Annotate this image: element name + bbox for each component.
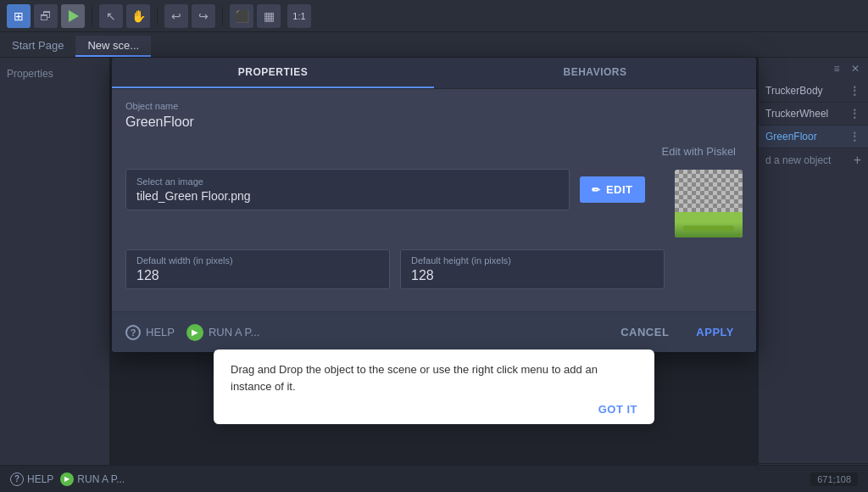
toolbar: ⊞ 🗗 ↖ ✋ ↩ ↪ ⬛ ▦ 1:1 — [0, 0, 868, 32]
width-value: 128 — [136, 268, 379, 283]
preview-floor-graphic — [675, 212, 743, 238]
dimension-spacer — [675, 249, 743, 289]
object-item-greenfloor[interactable]: GreenFloor ⋮ — [759, 126, 868, 148]
modal-overlay: PROPERTIES BEHAVIORS Object name GreenFl… — [110, 58, 758, 465]
modal-body: Object name GreenFloor Select an image t… — [112, 89, 756, 311]
object-dots-greenfloor[interactable]: ⋮ — [849, 130, 861, 143]
object-name-label: Object name — [125, 101, 743, 111]
tooltip-footer: GOT IT — [231, 403, 637, 416]
run-bottom-btn[interactable]: ▶ RUN A P... — [60, 472, 125, 486]
run-bottom-icon: ▶ — [60, 472, 74, 486]
preview-floor-stripe — [683, 226, 734, 231]
left-panel: Properties — [0, 58, 110, 492]
tab-start-page[interactable]: Start Page — [0, 36, 75, 57]
toolbar-icon-grid2[interactable]: ▦ — [257, 4, 281, 28]
help-button[interactable]: ? HELP — [125, 325, 175, 340]
modal-footer-left: ? HELP ▶ RUN A P... — [125, 324, 259, 341]
bottom-bar: ? HELP ▶ RUN A P... 671;108 — [0, 465, 868, 492]
toolbar-icon-windows[interactable]: 🗗 — [34, 4, 58, 28]
width-label: Default width (in pixels) — [136, 255, 379, 266]
apply-button[interactable]: APPLY — [687, 321, 743, 344]
toolbar-icon-cursor[interactable]: ↖ — [99, 4, 123, 28]
toolbar-icon-undo[interactable]: ↩ — [164, 4, 188, 28]
image-select-value: tiled_Green Floor.png — [136, 189, 559, 203]
cancel-button[interactable]: CANCEL — [612, 321, 677, 344]
object-item-truckerwheel[interactable]: TruckerWheel ⋮ — [759, 103, 868, 126]
tab-new-scene[interactable]: New sce... — [75, 36, 151, 57]
help-icon: ? — [125, 325, 141, 340]
right-panel-header: ≡ ✕ — [759, 58, 868, 80]
modal-tab-behaviors[interactable]: BEHAVIORS — [434, 58, 756, 88]
height-value: 128 — [411, 268, 654, 283]
properties-modal: PROPERTIES BEHAVIORS Object name GreenFl… — [112, 58, 756, 352]
pencil-icon: ✏ — [592, 184, 601, 196]
add-icon: + — [854, 153, 861, 168]
height-box: Default height (in pixels) 128 — [400, 249, 665, 289]
close-icon[interactable]: ✕ — [848, 61, 863, 76]
toolbar-badge-zoom: 1:1 — [287, 4, 311, 28]
add-object-row[interactable]: d a new object + — [759, 148, 868, 172]
toolbar-icon-play[interactable] — [61, 4, 85, 28]
filter-icon[interactable]: ≡ — [829, 61, 844, 76]
image-select-box: Select an image tiled_Green Floor.png — [125, 169, 570, 210]
image-preview-container: Edit with Piskel — [655, 142, 743, 238]
coordinates-display: 671;108 — [810, 472, 858, 486]
modal-footer-right: CANCEL APPLY — [612, 321, 743, 344]
image-row: Select an image tiled_Green Floor.png ✏ … — [125, 142, 743, 238]
tabbar: Start Page New sce... — [0, 32, 868, 58]
image-select-label: Select an image — [136, 176, 559, 187]
canvas-area: Click on an instance display its pr... P… — [110, 58, 758, 492]
left-panel-properties-label: Properties — [7, 64, 103, 83]
toolbar-icon-hand[interactable]: ✋ — [126, 4, 150, 28]
toolbar-icon-scene[interactable]: ⬛ — [230, 4, 253, 28]
toolbar-icon-grid[interactable]: ⊞ — [7, 4, 31, 28]
got-it-button[interactable]: GOT IT — [598, 403, 637, 416]
object-item-truckerbody[interactable]: TruckerBody ⋮ — [759, 80, 868, 103]
width-box: Default width (in pixels) 128 — [125, 249, 390, 289]
modal-footer: ? HELP ▶ RUN A P... CANCEL APP — [112, 311, 756, 352]
main-layout: Properties Click on an instance display … — [0, 58, 868, 492]
height-label: Default height (in pixels) — [411, 255, 654, 266]
toolbar-separator-1 — [92, 7, 92, 25]
toolbar-separator-2 — [157, 7, 158, 25]
image-preview — [675, 170, 743, 238]
modal-tabs: PROPERTIES BEHAVIORS — [112, 58, 756, 89]
object-dots-truckerwheel[interactable]: ⋮ — [849, 107, 861, 120]
help-bottom-icon: ? — [10, 472, 24, 486]
help-bottom-btn[interactable]: ? HELP — [10, 472, 53, 486]
edit-piskel-container: Edit with Piskel — [655, 142, 743, 161]
modal-tab-properties[interactable]: PROPERTIES — [112, 58, 434, 88]
toolbar-separator-3 — [222, 7, 223, 25]
object-dots-truckerbody[interactable]: ⋮ — [849, 84, 861, 98]
right-panel: ≡ ✕ TruckerBody ⋮ TruckerWheel ⋮ GreenFl… — [758, 58, 868, 492]
toolbar-icon-redo[interactable]: ↪ — [192, 4, 215, 28]
tooltip-popup: Drag and Drop the object to the scene or… — [214, 349, 654, 424]
edit-piskel-button[interactable]: Edit with Piskel — [655, 142, 743, 161]
object-name-value: GreenFloor — [125, 115, 743, 130]
run-play-icon: ▶ — [186, 324, 203, 341]
edit-image-button[interactable]: ✏ EDIT — [580, 176, 644, 203]
run-button[interactable]: ▶ RUN A P... — [186, 324, 259, 341]
tooltip-text: Drag and Drop the object to the scene or… — [231, 361, 637, 394]
dimensions-row: Default width (in pixels) 128 Default he… — [125, 249, 743, 289]
